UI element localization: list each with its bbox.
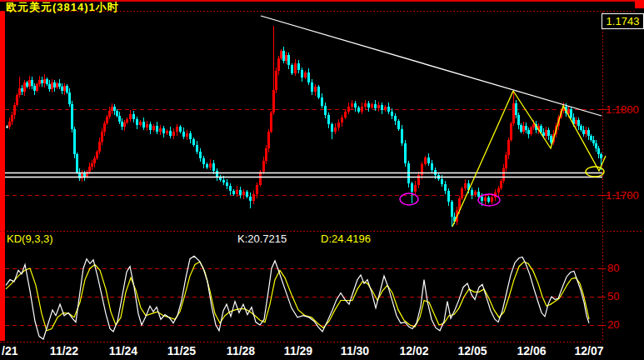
- kd-indicator-label: KD(9,3,3): [7, 232, 53, 245]
- x-axis-date-label: 12/05: [457, 344, 487, 358]
- x-axis-date-label: 12/07: [574, 344, 603, 358]
- last-price-badge: 1.1743: [602, 13, 644, 29]
- x-axis-date-label: 12/02: [399, 344, 428, 358]
- y-axis-label-11700: 1.1700: [606, 189, 639, 202]
- x-axis-date-label: 11/28: [227, 344, 255, 358]
- chart-window: 欧元美元(3814)1小时 1.1743 1.1800 1.1700 KD(9,…: [0, 0, 644, 360]
- kd-k-value: K:20.7215: [237, 232, 287, 245]
- x-axis-date-label: 12/06: [517, 344, 546, 358]
- kd-axis-label-20: 20: [607, 318, 619, 331]
- x-axis-date-label: 11/29: [284, 344, 312, 358]
- x-axis-date-label: 11/30: [341, 344, 369, 358]
- x-axis-date-label: /21: [2, 344, 17, 358]
- window-corner-block[interactable]: [635, 0, 644, 8]
- x-axis-date-label: 11/25: [167, 344, 196, 358]
- kd-axis-label-50: 50: [607, 290, 619, 302]
- main-chart-canvas[interactable]: [0, 0, 644, 360]
- kd-axis-label-80: 80: [607, 262, 619, 274]
- x-axis-date-label: 11/22: [50, 344, 78, 358]
- y-axis-label-11800: 1.1800: [606, 103, 639, 116]
- kd-d-value: D:24.4196: [321, 232, 371, 245]
- x-axis-date-label: 11/24: [109, 344, 137, 358]
- chart-title: 欧元美元(3814)1小时: [6, 0, 119, 15]
